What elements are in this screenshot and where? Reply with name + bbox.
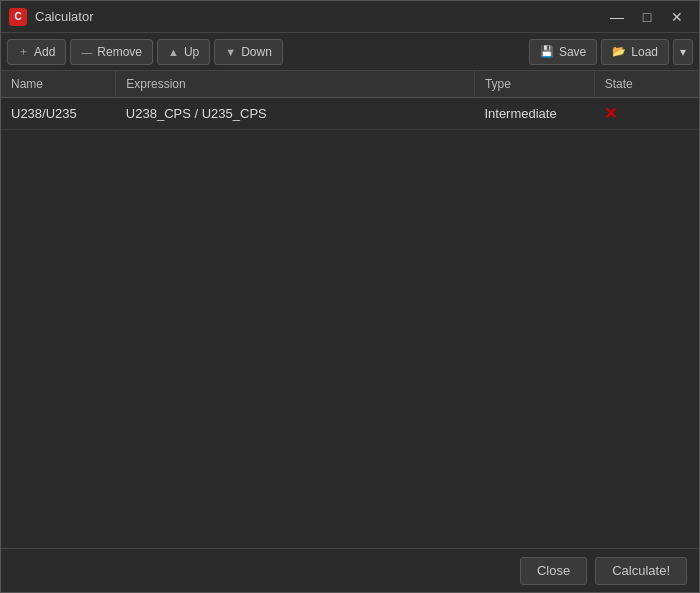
cell-type: Intermediate — [474, 98, 594, 130]
toolbar: ＋ Add — Remove ▲ Up ▼ Down 💾 Save 📂 Load… — [1, 33, 699, 71]
column-header-type: Type — [474, 71, 594, 98]
load-button[interactable]: 📂 Load — [601, 39, 669, 65]
window-title: Calculator — [35, 9, 603, 24]
load-icon: 📂 — [612, 45, 626, 58]
column-header-name: Name — [1, 71, 116, 98]
add-icon: ＋ — [18, 44, 29, 59]
table-header-row: Name Expression Type State — [1, 71, 699, 98]
calculator-window: C Calculator — □ ✕ ＋ Add — Remove ▲ Up ▼… — [0, 0, 700, 593]
column-header-state: State — [594, 71, 699, 98]
add-label: Add — [34, 45, 55, 59]
maximize-button[interactable]: □ — [633, 7, 661, 27]
save-label: Save — [559, 45, 586, 59]
load-dropdown-button[interactable]: ▾ — [673, 39, 693, 65]
down-button[interactable]: ▼ Down — [214, 39, 283, 65]
cell-name: U238/U235 — [1, 98, 116, 130]
calculations-table: Name Expression Type State U238/U235U238… — [1, 71, 699, 130]
save-load-group: 💾 Save 📂 Load ▾ — [529, 39, 693, 65]
table-container: Name Expression Type State U238/U235U238… — [1, 71, 699, 548]
calculate-button[interactable]: Calculate! — [595, 557, 687, 585]
up-label: Up — [184, 45, 199, 59]
add-button[interactable]: ＋ Add — [7, 39, 66, 65]
up-icon: ▲ — [168, 46, 179, 58]
app-icon: C — [9, 8, 27, 26]
column-header-expression: Expression — [116, 71, 475, 98]
save-button[interactable]: 💾 Save — [529, 39, 597, 65]
close-button[interactable]: Close — [520, 557, 587, 585]
remove-label: Remove — [97, 45, 142, 59]
table-row[interactable]: U238/U235U238_CPS / U235_CPSIntermediate… — [1, 98, 699, 130]
down-icon: ▼ — [225, 46, 236, 58]
up-button[interactable]: ▲ Up — [157, 39, 210, 65]
close-window-button[interactable]: ✕ — [663, 7, 691, 27]
title-bar: C Calculator — □ ✕ — [1, 1, 699, 33]
remove-button[interactable]: — Remove — [70, 39, 153, 65]
load-label: Load — [631, 45, 658, 59]
minimize-button[interactable]: — — [603, 7, 631, 27]
footer: Close Calculate! — [1, 548, 699, 592]
cell-expression: U238_CPS / U235_CPS — [116, 98, 475, 130]
cell-state: ✕ — [594, 98, 699, 130]
remove-icon: — — [81, 46, 92, 58]
window-controls: — □ ✕ — [603, 7, 691, 27]
down-label: Down — [241, 45, 272, 59]
error-icon: ✕ — [604, 105, 617, 122]
save-icon: 💾 — [540, 45, 554, 58]
